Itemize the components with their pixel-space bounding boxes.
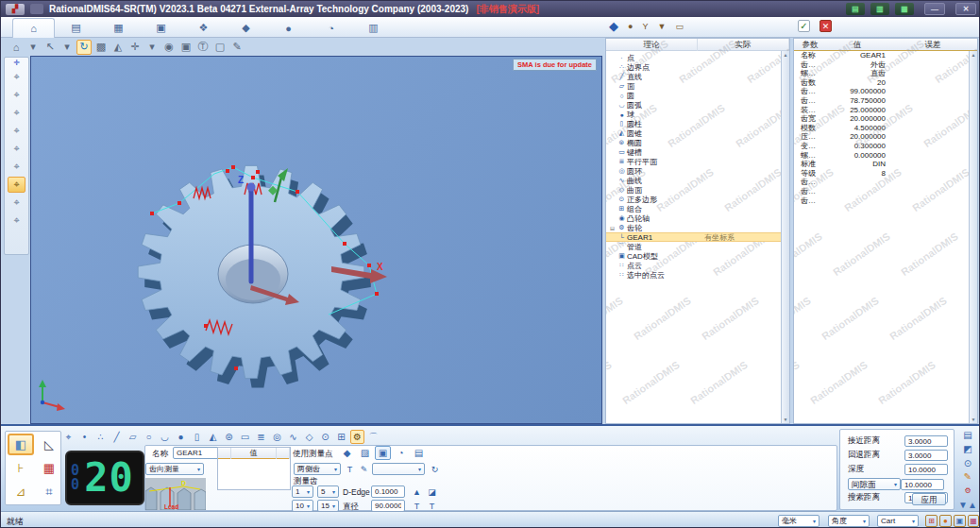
param-row[interactable]: 标准 DIN (794, 160, 977, 169)
feature-icon[interactable]: ⌖ (61, 430, 76, 444)
mode-button[interactable]: ⊿ (8, 481, 34, 502)
probe-tool-button[interactable]: ⌖ (8, 213, 25, 229)
probe-tool-button[interactable]: ⌖ (8, 69, 25, 85)
param-row[interactable]: 等级 8 (794, 169, 977, 179)
gear-mode-tab[interactable]: ▨ (357, 446, 373, 460)
dedge-input[interactable] (371, 485, 405, 498)
grid-status-icon[interactable]: ⊞ (925, 515, 938, 527)
gear-mode-tab[interactable]: ◔ (393, 446, 409, 460)
tree-item[interactable]: ▯ 圆柱 (606, 119, 789, 128)
sma-update-badge[interactable]: SMA is due for update (513, 59, 597, 71)
units-combo[interactable]: 毫米 (778, 515, 819, 527)
minimize-button[interactable]: — (924, 3, 945, 15)
param-row[interactable]: 变… 0.300000 (794, 142, 977, 151)
toolbar-button[interactable]: ◭ (110, 40, 126, 55)
tree-item[interactable]: ⌒ 管道 (606, 242, 789, 251)
feature-icon[interactable]: • (77, 430, 92, 444)
probe-tool-button[interactable]: ⌖ (8, 141, 25, 157)
tree-scrollbar[interactable]: ▲▼ (781, 51, 789, 423)
param-row[interactable]: 模数 4.500000 (794, 124, 977, 133)
tree-item[interactable]: ○ 圆 (606, 91, 789, 100)
mode-button[interactable]: ⌗ (36, 481, 62, 502)
side-tool-button[interactable]: ▤ (960, 430, 976, 441)
feature-icon[interactable]: ⊜ (222, 430, 236, 444)
feature-icon[interactable]: ◇ (302, 430, 316, 444)
side-tool-button[interactable]: ✎ (960, 471, 976, 483)
tree-item[interactable]: └ GEAR1 有坐标系 (606, 232, 789, 242)
tree-item[interactable]: ∷ 点云 (606, 261, 789, 270)
ribbon-tab[interactable]: ▣ (140, 18, 182, 38)
angle-combo[interactable]: 角度 (828, 515, 870, 527)
side-tool-button[interactable]: ⚙ (960, 485, 976, 497)
feature-icon[interactable]: ⌒ (366, 430, 380, 444)
toolbar-button[interactable]: ▾ (25, 40, 41, 55)
feature-icon[interactable]: ◎ (270, 430, 284, 444)
param-row[interactable]: 齿… (794, 187, 977, 196)
param-row[interactable]: 螺… 0.000000 (794, 151, 977, 161)
tree-item[interactable]: ◡ 圆弧 (606, 100, 789, 110)
param-row[interactable]: 齿… (794, 178, 977, 187)
ribbon-tab[interactable]: ▦ (97, 18, 140, 38)
titlebar-tray-icon[interactable]: ▦ (895, 3, 914, 15)
toolbar-button[interactable]: ▣ (178, 40, 194, 55)
feature-icon[interactable]: ⊞ (334, 430, 348, 444)
param-row[interactable]: 压… 20.000000 (794, 132, 977, 142)
tree-item[interactable]: ⊙ 正多边形 (606, 195, 789, 204)
ribbon-tab[interactable]: ▥ (352, 18, 395, 38)
toolbar-button[interactable]: ▩ (93, 40, 109, 55)
tooth-spin-2[interactable]: 5 (317, 485, 339, 498)
tree-item[interactable]: ● 球 (606, 110, 789, 119)
tree-item[interactable]: ⊞ 组合 (606, 204, 789, 213)
feature-icon[interactable]: ⊙ (318, 430, 332, 444)
tooth-spin-1[interactable]: 1 (292, 485, 313, 498)
ribbon-tab[interactable]: ⌂ (12, 18, 55, 38)
tree-panel-tab[interactable]: ▭ (675, 22, 684, 31)
probe-tool-button[interactable]: ⌖ (8, 105, 25, 121)
tree-item[interactable]: ∷ 选中的点云 (606, 270, 789, 280)
path-param-row[interactable]: 深度10.0000 (848, 464, 948, 475)
probe-tool-button[interactable]: ⌖ (8, 177, 25, 193)
tree-item[interactable]: ◎ 圆环 (606, 166, 789, 176)
tree-item[interactable]: ╱ 直线 (606, 72, 789, 81)
direction-combo[interactable]: 齿向测量▾ (145, 463, 204, 475)
side-combo[interactable]: 两侧齿▾ (294, 463, 341, 475)
param-row[interactable]: 螺… 直齿 (794, 69, 977, 78)
tree-item[interactable]: ≣ 平行平面 (606, 157, 789, 166)
tree-item[interactable]: ∴ 边界点 (606, 62, 789, 72)
param-row[interactable]: 齿… 78.750000 (794, 96, 977, 106)
feature-icon[interactable]: ▱ (126, 430, 140, 444)
tree-item[interactable]: ◭ 圆锥 (606, 128, 789, 138)
mode-button[interactable]: ◺ (36, 434, 62, 455)
titlebar-tray-icon[interactable]: ▤ (846, 3, 865, 15)
gear-mode-tab[interactable]: ◆ (339, 446, 355, 460)
toolbar-button[interactable]: ✛ (127, 40, 143, 55)
param-row[interactable]: 齿宽 20.000000 (794, 114, 977, 124)
refresh-button[interactable]: ↻ (429, 463, 441, 475)
feature-icon[interactable]: ▯ (190, 430, 204, 444)
feature-icon[interactable]: ∿ (286, 430, 300, 444)
probe-status-icon[interactable]: ● (939, 515, 952, 527)
feature-icon[interactable]: ○ (142, 430, 156, 444)
tree-item[interactable]: ◉ 凸轮轴 (606, 213, 789, 223)
machine-status-icon[interactable]: ▦ (968, 515, 979, 527)
path-param-row[interactable]: 间隙面10.0000 (848, 478, 948, 490)
feature-icon[interactable]: ▭ (238, 430, 252, 444)
tree-item[interactable]: · 点 (606, 53, 789, 62)
path-param-row[interactable]: 回退距离3.0000 (848, 450, 948, 461)
tree-item[interactable]: ∿ 曲线 (606, 176, 789, 185)
feature-icon[interactable]: ≣ (254, 430, 268, 444)
titlebar-tray-icon[interactable]: ▥ (870, 3, 889, 15)
param-scrollbar[interactable]: ▲▼ (969, 51, 977, 423)
probe-tool-button[interactable]: ⌖ (8, 123, 25, 139)
probe-tool-button[interactable]: ⌖ (8, 159, 25, 175)
toolbar-button[interactable]: ◉ (161, 40, 177, 55)
feature-icon[interactable]: ╱ (110, 430, 124, 444)
ribbon-tab[interactable]: ❖ (182, 18, 225, 38)
coord-combo[interactable]: Cart (877, 515, 919, 527)
tree-panel-tab[interactable]: ◆ (609, 19, 618, 33)
param-row[interactable]: 装… 25.000000 (794, 106, 977, 115)
param-row[interactable]: 齿… 99.000000 (794, 87, 977, 96)
tree-item[interactable]: ▣ CAD模型 (606, 251, 789, 261)
feature-icon[interactable]: ● (174, 430, 188, 444)
toolbar-button[interactable]: ▾ (144, 40, 160, 55)
